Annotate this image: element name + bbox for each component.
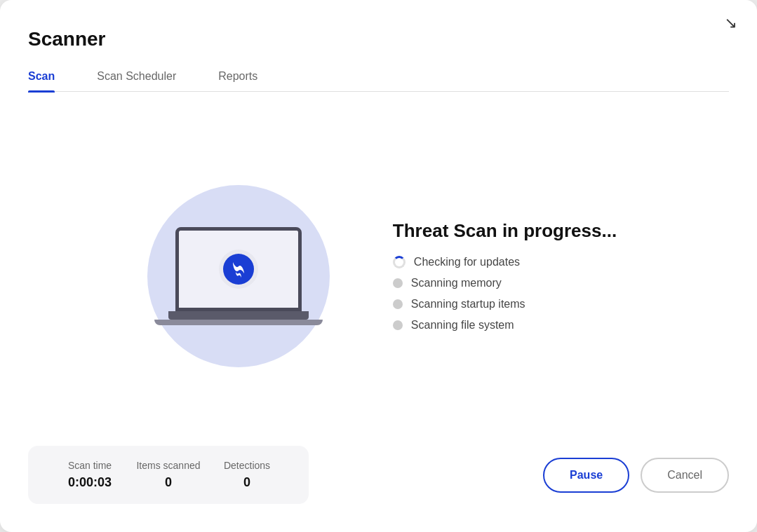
tab-reports[interactable]: Reports — [218, 62, 257, 91]
spinner-icon — [393, 256, 406, 268]
laptop-screen-inner — [179, 231, 298, 308]
step-indicator-startup — [393, 299, 403, 309]
step-label-filesystem: Scanning file system — [411, 319, 514, 332]
stat-scan-time-value: 0:00:03 — [68, 475, 112, 490]
malwarebytes-logo-icon — [217, 248, 260, 290]
scan-steps-list: Checking for updates Scanning memory Sca… — [393, 256, 617, 332]
stat-detections-value: 0 — [243, 475, 250, 490]
laptop-stand — [154, 320, 323, 325]
scan-step-updates: Checking for updates — [393, 256, 617, 268]
collapse-icon[interactable]: ↙ — [725, 14, 737, 32]
cancel-button[interactable]: Cancel — [641, 458, 729, 493]
step-label-updates: Checking for updates — [414, 256, 520, 268]
scan-illustration — [140, 178, 337, 374]
action-buttons: Pause Cancel — [543, 458, 729, 493]
bottom-area: Scan time 0:00:03 Items scanned 0 Detect… — [28, 446, 729, 532]
stat-items-scanned-label: Items scanned — [136, 460, 200, 471]
stat-scan-time: Scan time 0:00:03 — [51, 460, 129, 490]
scan-step-memory: Scanning memory — [393, 277, 617, 289]
step-indicator-updates — [393, 256, 406, 268]
scan-step-filesystem: Scanning file system — [393, 319, 617, 332]
step-indicator-filesystem — [393, 320, 403, 330]
laptop-screen — [175, 227, 302, 311]
scan-info-panel: Threat Scan in progress... Checking for … — [393, 220, 617, 332]
laptop-base — [168, 311, 309, 320]
stat-scan-time-label: Scan time — [68, 460, 112, 471]
scanner-window: ↙ Scanner Scan Scan Scheduler Reports — [0, 0, 757, 532]
page-title: Scanner — [28, 28, 729, 50]
stat-detections: Detections 0 — [208, 460, 286, 490]
step-label-memory: Scanning memory — [411, 277, 502, 289]
stat-detections-label: Detections — [224, 460, 270, 471]
tab-scan[interactable]: Scan — [28, 62, 55, 91]
main-content: Threat Scan in progress... Checking for … — [28, 92, 729, 446]
tab-scan-scheduler[interactable]: Scan Scheduler — [97, 62, 176, 91]
stat-items-scanned-value: 0 — [165, 475, 172, 490]
stat-items-scanned: Items scanned 0 — [129, 460, 208, 490]
stats-box: Scan time 0:00:03 Items scanned 0 Detect… — [28, 446, 309, 504]
pause-button[interactable]: Pause — [543, 458, 629, 493]
scan-step-startup: Scanning startup items — [393, 298, 617, 311]
step-indicator-memory — [393, 278, 403, 288]
scan-status-title: Threat Scan in progress... — [393, 220, 617, 242]
step-label-startup: Scanning startup items — [411, 298, 525, 311]
tabs-bar: Scan Scan Scheduler Reports — [28, 62, 729, 92]
laptop-graphic — [154, 227, 323, 325]
